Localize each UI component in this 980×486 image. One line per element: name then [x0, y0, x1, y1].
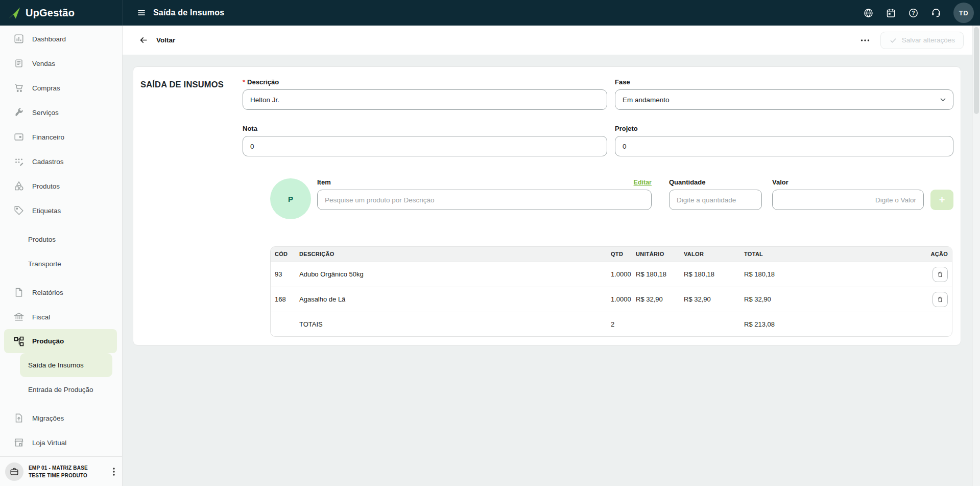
cell-cod: 168 — [271, 287, 299, 312]
item-label: Item — [317, 178, 331, 186]
field-descricao: * Descrição — [243, 78, 607, 110]
field-quantidade: Quantidade — [669, 178, 762, 210]
page-head: Saída de Insumos — [136, 8, 224, 18]
cell-valor: R$ 32,90 — [684, 287, 744, 312]
sidebar-item-label: Saída de Insumos — [28, 361, 84, 369]
descricao-label: * Descrição — [243, 78, 607, 86]
sidebar-item-loja-virtual[interactable]: Loja Virtual — [0, 430, 122, 455]
field-projeto: Projeto — [615, 125, 953, 156]
menu-hamburger-icon[interactable] — [136, 8, 147, 18]
calendar-icon[interactable] — [886, 8, 896, 18]
user-avatar[interactable]: TD — [953, 3, 974, 23]
category-shapes-icon — [13, 180, 25, 192]
sidebar-nav: Dashboard Vendas Compras — [0, 26, 122, 456]
table-row: 93 Adubo Orgânico 50kg 1.0000 R$ 180,18 … — [271, 262, 952, 287]
cart-icon — [13, 82, 25, 94]
sidebar-item-vendas[interactable]: Vendas — [0, 51, 122, 76]
sidebar-item-migracoes[interactable]: Migrações — [0, 406, 122, 430]
globe-icon[interactable] — [863, 8, 874, 18]
sidebar-item-label: Serviços — [32, 109, 59, 117]
sidebar-item-label: Produtos — [28, 236, 56, 243]
scrollbar-track[interactable] — [972, 26, 980, 486]
cell-total: R$ 180,18 — [744, 262, 922, 287]
workflow-icon — [13, 336, 25, 347]
sidebar-item-label: Compras — [32, 84, 60, 92]
projeto-label: Projeto — [615, 125, 953, 132]
product-avatar: P — [270, 178, 311, 219]
edit-link[interactable]: Editar — [634, 179, 652, 186]
report-file-icon — [13, 287, 25, 298]
sidebar-item-relatorios[interactable]: Relatórios — [0, 280, 122, 305]
cell-valor: R$ 180,18 — [684, 262, 744, 287]
dashboard-icon — [13, 33, 25, 44]
valor-input[interactable] — [772, 190, 924, 210]
help-icon[interactable]: ? — [908, 8, 919, 18]
sidebar-item-label: Dashboard — [32, 35, 66, 43]
fase-selected-value: Em andamento — [615, 89, 953, 110]
items-table: CÓD DESCRIÇÃO QTD UNITÁRIO VALOR TOTAL A… — [270, 246, 952, 337]
sidebar-item-label: Cadastros — [32, 158, 64, 166]
delete-row-button[interactable] — [933, 267, 948, 282]
company-name-line1: EMP 01 - MATRIZ BASE — [29, 465, 88, 471]
sidebar-item-producao[interactable]: Produção — [4, 329, 117, 353]
sidebar-item-servicos[interactable]: Serviços — [0, 100, 122, 125]
projeto-input[interactable] — [615, 136, 953, 156]
scrollbar-thumb[interactable] — [974, 27, 979, 114]
delete-row-button[interactable] — [933, 292, 948, 307]
descricao-input[interactable] — [243, 89, 607, 110]
sidebar-item-etiquetas[interactable]: Etiquetas — [0, 198, 122, 223]
sidebar-item-compras[interactable]: Compras — [0, 76, 122, 100]
cell-cod: 93 — [271, 262, 299, 287]
section-title: SAÍDA DE INSUMOS — [140, 78, 243, 345]
sidebar-subitem-transporte[interactable]: Transporte — [0, 251, 122, 276]
wallet-icon — [13, 131, 25, 143]
sidebar-subitem-entrada-de-producao[interactable]: Entrada de Produção — [0, 377, 122, 402]
trash-icon — [937, 296, 944, 303]
col-header-cod: CÓD — [271, 247, 299, 262]
sidebar-item-label: Produtos — [32, 182, 60, 190]
brand-logo-icon — [7, 6, 21, 20]
company-selector[interactable]: EMP 01 - MATRIZ BASE TESTE TIME PRODUTO — [0, 456, 122, 486]
cell-acao — [922, 287, 952, 312]
sidebar-item-fiscal[interactable]: Fiscal — [0, 305, 122, 329]
cell-descricao: Agasalho de Lã — [299, 287, 611, 312]
file-upload-icon — [13, 412, 25, 424]
item-label-row: Item Editar — [317, 178, 652, 186]
save-label: Salvar alterações — [902, 36, 955, 44]
sidebar-item-cadastros[interactable]: Cadastros — [0, 149, 122, 174]
save-button[interactable]: Salvar alterações — [880, 32, 964, 49]
sidebar-item-label: Financeiro — [32, 133, 64, 141]
company-name-line2: TESTE TIME PRODUTO — [29, 473, 87, 478]
sidebar-subitem-saida-de-insumos[interactable]: Saída de Insumos — [20, 353, 112, 377]
support-headset-icon[interactable] — [930, 7, 942, 18]
field-fase: Fase Em andamento — [615, 78, 953, 110]
item-search-input[interactable] — [317, 190, 652, 210]
storefront-icon — [13, 437, 25, 448]
field-valor: Valor — [772, 178, 924, 210]
top-bar: UpGestão Saída de Insumos — [0, 0, 980, 26]
tag-icon — [13, 205, 25, 216]
sidebar-subitem-produtos[interactable]: Produtos — [0, 227, 122, 251]
sidebar-item-label: Loja Virtual — [32, 439, 66, 447]
company-name: EMP 01 - MATRIZ BASE TESTE TIME PRODUTO — [29, 464, 104, 479]
sidebar-item-label: Fiscal — [32, 313, 50, 321]
add-item-button[interactable]: + — [930, 190, 953, 210]
page-toolbar: Voltar Salvar alterações — [123, 26, 980, 55]
back-button[interactable]: Voltar — [139, 35, 175, 45]
fase-select[interactable]: Em andamento — [615, 89, 953, 110]
table-row: 168 Agasalho de Lã 1.0000 R$ 32,90 R$ 32… — [271, 287, 952, 312]
form-row-2: Nota Projeto — [243, 125, 953, 156]
sidebar-item-produtos[interactable]: Produtos — [0, 174, 122, 198]
sidebar-item-dashboard[interactable]: Dashboard — [0, 27, 122, 51]
fase-label: Fase — [615, 78, 953, 86]
quantidade-input[interactable] — [669, 190, 762, 210]
brand: UpGestão — [0, 0, 123, 26]
totals-row: TOTAIS 2 R$ 213,08 — [271, 312, 952, 336]
bank-icon — [13, 311, 25, 322]
nota-input[interactable] — [243, 136, 607, 156]
sidebar-item-financeiro[interactable]: Financeiro — [0, 125, 122, 149]
company-menu-kebab-icon[interactable] — [109, 468, 119, 476]
field-nota: Nota — [243, 125, 607, 156]
sidebar: Dashboard Vendas Compras — [0, 26, 123, 486]
more-options-icon[interactable] — [859, 35, 871, 46]
